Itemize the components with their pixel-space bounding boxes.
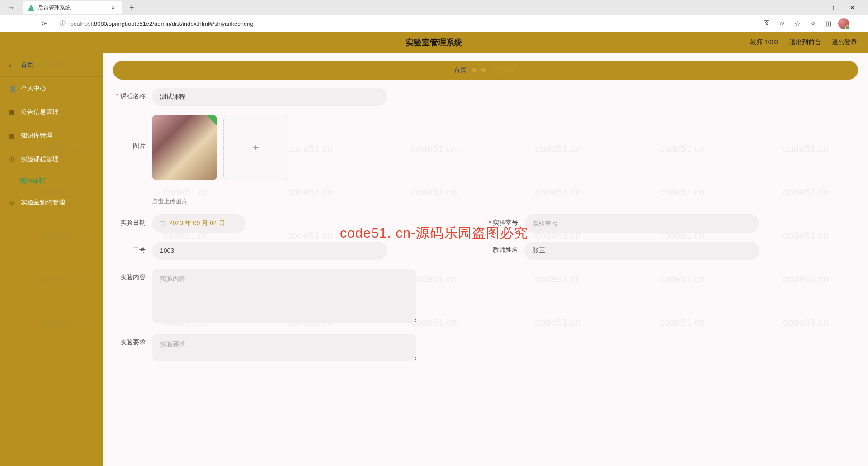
calendar-icon [159, 220, 165, 227]
maximize-button[interactable]: ▢ [825, 2, 838, 13]
teacher-label: 教师姓名 [486, 242, 524, 254]
profile-avatar[interactable] [838, 18, 849, 29]
date-label: 实验日期 [113, 214, 152, 227]
app-title: 实验室管理系统 [406, 37, 462, 48]
tab-list-button[interactable]: ▭ [4, 2, 17, 13]
main-content: 首页 ☆ ☆ 实验课程 课程名称 图片 [103, 53, 868, 466]
sidebar-item-course[interactable]: 实验课程 [0, 171, 103, 191]
lab-no-label: 实验室号 [486, 214, 524, 227]
date-value: 2023 年 09 月 04 日 [169, 219, 225, 228]
refresh-button[interactable]: ⟳ [38, 17, 51, 30]
close-window-button[interactable]: ✕ [845, 2, 859, 13]
course-icon: ⊙ [9, 156, 16, 163]
more-icon[interactable]: ⋯ [854, 18, 864, 29]
tab-title: 后台管理系统 [38, 4, 106, 12]
require-textarea[interactable] [152, 334, 416, 361]
course-form: 课程名称 图片 [103, 88, 868, 363]
logout-link[interactable]: 退出登录 [832, 38, 857, 47]
svg-rect-0 [160, 222, 165, 226]
user-icon: 👤 [9, 85, 16, 92]
staff-no-input[interactable] [152, 242, 387, 260]
exit-to-front-link[interactable]: 退出到前台 [789, 38, 821, 47]
browser-tab[interactable]: 后台管理系统 × [23, 1, 122, 14]
upload-hint: 点击上传图片 [152, 197, 288, 205]
breadcrumb-home[interactable]: 首页 [454, 66, 467, 74]
staff-no-label: 工号 [113, 242, 152, 254]
require-label: 实验要求 [113, 334, 152, 347]
content-label: 实验内容 [113, 269, 152, 281]
collections-icon[interactable]: ✧ [807, 18, 818, 29]
breadcrumb: 首页 ☆ ☆ 实验课程 [113, 61, 858, 80]
date-picker[interactable]: 2023 年 09 月 04 日 [152, 214, 246, 233]
vue-icon [28, 5, 34, 11]
sidebar-item-knowledge[interactable]: ▦ 知识库管理 [0, 124, 103, 147]
teacher-input[interactable] [524, 242, 760, 260]
sidebar-item-profile[interactable]: 👤 个人中心 [0, 77, 103, 100]
sidebar-item-reservation[interactable]: ⊙ 实验室预约管理 [0, 191, 103, 214]
new-tab-button[interactable]: + [126, 3, 138, 13]
home-icon: ▸ [9, 62, 16, 69]
address-bar: ← → ⟳ ⓘ localhost:8080/springboote51e2/a… [0, 15, 868, 32]
knowledge-icon: ▦ [9, 132, 16, 139]
content-textarea[interactable] [152, 269, 416, 323]
user-label[interactable]: 教师 1003 [750, 38, 778, 47]
browser-chrome: ▭ 后台管理系统 × + — ▢ ✕ ← → ⟳ ⓘ localhost:808… [0, 0, 868, 32]
sidebar-item-home[interactable]: ▸ 首页 [0, 53, 103, 77]
course-name-input[interactable] [152, 88, 387, 106]
upload-add-button[interactable]: + [223, 115, 288, 180]
sidebar-item-notice[interactable]: ▦ 公告信息管理 [0, 100, 103, 124]
success-corner-icon [206, 115, 217, 126]
breadcrumb-current: 实验课程 [492, 66, 517, 74]
minimize-button[interactable]: — [804, 2, 817, 13]
star-icon: ☆ ☆ [471, 66, 487, 74]
tab-bar: ▭ 后台管理系统 × + — ▢ ✕ [0, 0, 868, 15]
sidebar-item-course-mgmt[interactable]: ⊙ 实验课程管理 [0, 147, 103, 171]
key-icon[interactable]: ⚿ [761, 18, 772, 29]
read-aloud-icon[interactable]: A⁾ [777, 18, 788, 29]
course-name-label: 课程名称 [113, 88, 152, 100]
sidebar: ▸ 首页 👤 个人中心 ▦ 公告信息管理 ▦ 知识库管理 ⊙ 实验课程管理 实验… [0, 53, 103, 466]
notice-icon: ▦ [9, 109, 16, 116]
reservation-icon: ⊙ [9, 199, 16, 206]
plus-icon: + [253, 141, 259, 154]
image-label: 图片 [113, 115, 152, 150]
forward-button[interactable]: → [21, 17, 33, 30]
favorite-icon[interactable]: ☆ [792, 18, 803, 29]
back-button[interactable]: ← [4, 17, 16, 30]
extensions-icon[interactable]: ⊞ [823, 18, 834, 29]
lab-no-input[interactable] [524, 214, 760, 233]
close-tab-icon[interactable]: × [109, 4, 117, 11]
url-input[interactable]: ⓘ localhost:8080/springboote51e2/admin/d… [55, 17, 757, 30]
site-info-icon[interactable]: ⓘ [60, 19, 66, 28]
uploaded-image-thumbnail[interactable] [152, 115, 217, 180]
app-header: 实验室管理系统 教师 1003 退出到前台 退出登录 [0, 32, 868, 53]
